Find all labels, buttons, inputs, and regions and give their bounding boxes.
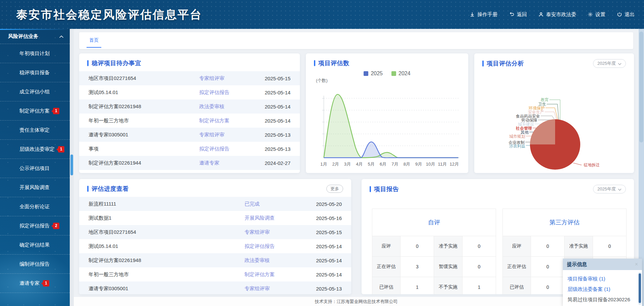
toast-item-past-project: 简易过往项目报备20230226 [568,294,637,305]
table-row: 事项拟定评估报告2025-05-13 [79,142,300,156]
table-row: 邀请专家0305001专家组评审2025-05-13 [79,128,300,142]
sidebar-item-create-team[interactable]: 成立评估小组 [0,82,70,101]
self-eval-table: 自评 应评0 准予实施0 正在评估3 暂缓实施0 已评估1 不予实施1 [372,209,496,294]
undo-icon [509,12,515,17]
count-badge: 2 [53,223,59,229]
svg-text:1月: 1月 [320,162,327,167]
legend-swatch [391,71,396,76]
toast-scrollbar-thumb[interactable] [639,273,641,303]
pie-graphic[interactable] [530,119,580,170]
count-badge: 1 [58,146,64,152]
sidebar-item-compile-report[interactable]: 编制评估报告 [0,255,70,274]
tab-home[interactable]: 首页 [87,32,101,48]
stage-link[interactable]: 拟定评估报告 [199,146,253,152]
page-title: 泰安市社会稳定风险评估信息平台 [16,0,202,29]
user-menu[interactable]: 泰安市政法委 [538,11,576,18]
card-title: 评估进度查看 [92,185,129,193]
stage-link[interactable]: 拟定评估报告 [199,89,253,96]
sidebar-scrollbar[interactable] [70,29,74,306]
logout-button[interactable]: 退出 [617,11,635,18]
sidebar-item-analysis[interactable]: 全面分析论证 [0,197,70,216]
table-row: 邀请专家0305001专家组评审2025-05-13 [79,281,351,294]
progress-list: 新流程11111已完成2025-05-20 测试数据1开展风险调查2025-05… [79,197,351,294]
pie-label: 涉农利益 [509,143,525,149]
stage-link[interactable]: 专家组评审 [199,75,253,82]
table-row: 新流程11111已完成2025-05-20 [79,197,351,211]
stage-link[interactable]: 邀请专家 [199,160,253,166]
logout-label: 退出 [625,11,635,18]
title-bar-accent [87,186,89,192]
stage-link[interactable]: 专家组评审 [245,229,302,235]
svg-text:8月: 8月 [404,162,411,167]
manual-button[interactable]: 操作手册 [470,11,497,18]
title-bar-accent [87,60,89,66]
manual-label: 操作手册 [477,11,497,18]
table-row: 制定评估方案02261948政法委审核2025-05-14 [79,99,300,114]
sidebar-item-draft-report[interactable]: 拟定评估报告2 [0,216,70,235]
toast-header: 提示信息 × [563,259,642,270]
gear-icon [588,12,593,17]
user-icon [538,12,544,17]
table-row: 测试05.14.01拟定评估报告2025-05-14 [79,85,300,99]
toast-title: 提示信息 [567,261,635,268]
stage-link[interactable]: 开展风险调查 [245,215,302,221]
sidebar-item-make-plan[interactable]: 制定评估方案1 [0,101,70,121]
svg-text:7月: 7月 [391,162,398,167]
chevron-up-icon [59,34,64,39]
stage-link[interactable]: 专家组评审 [199,132,253,138]
table-title: 自评 [372,209,496,236]
legend-item-2025[interactable]: 2025 [364,71,383,77]
settings-label: 设置 [595,11,605,18]
stage-link[interactable]: 拟定评估报告 [245,243,302,250]
table-row: 测试05.14.01拟定评估报告2025-05-14 [79,239,351,253]
stage-link[interactable]: 制定评估方案 [245,271,302,278]
stage-link[interactable]: 政法委审核 [245,257,302,264]
page-scrollbar-thumb[interactable] [639,32,643,142]
app-window: 泰安市社会稳定风险评估信息平台 操作手册 返回 泰安市政法委 设置 退出 [0,0,644,306]
sidebar-item-invite-experts[interactable]: 邀请专家1 [0,274,70,293]
top-header: 泰安市社会稳定风险评估信息平台 操作手册 返回 泰安市政法委 设置 退出 [0,0,644,29]
stage-link[interactable]: 已完成 [245,201,302,207]
more-button[interactable]: 更多 [326,185,343,193]
table-row: 制定评估方案02261944邀请专家2024-02-27 [79,156,300,170]
card-pending-matters: 稳评项目待办事宜 地区市项目02271654专家组评审2025-05-15 测试… [79,53,300,173]
download-icon [470,12,475,17]
stage-link[interactable]: 政法委审核 [199,103,253,110]
sidebar-item-committee-approval[interactable]: 层级政法委审定1 [0,140,70,159]
sidebar-item-publicize-project[interactable]: 公示评估项目 [0,159,70,178]
card-eval-analysis: 项目评估分析 2025年度 [474,53,634,173]
title-bar-accent [482,60,484,67]
tab-bar: 首页 [79,32,633,49]
settings-button[interactable]: 设置 [588,11,605,18]
notification-toast: 提示信息 × 项目报备审核 (1) 层级政法委备案 (1) 简易过往项目报备20… [563,259,642,306]
card-progress-view: 评估进度查看 更多 新流程11111已完成2025-05-20 测试数据1开展风… [79,179,351,294]
stage-link[interactable]: 专家组评审 [245,286,302,292]
toast-scrollbar[interactable] [638,272,641,305]
header-nav: 操作手册 返回 泰安市政法委 设置 退出 [470,0,635,29]
year-select[interactable]: 2025年度 [593,59,626,68]
back-label: 返回 [517,11,527,18]
svg-text:10月: 10月 [426,162,435,167]
svg-text:2月: 2月 [332,162,339,167]
close-icon[interactable]: × [635,261,638,267]
card-title: 项目评估分析 [487,59,524,68]
back-button[interactable]: 返回 [509,11,527,18]
sidebar-item-project-filing[interactable]: 稳评项目报备 [0,63,70,82]
sidebar-scrollbar-thumb[interactable] [70,155,73,175]
sidebar-item-confirm-result[interactable]: 确定评估结果 [0,235,70,255]
year-select[interactable]: 2025年度 [593,185,626,193]
sidebar: 风险评估业务 年初项目计划 稳评项目报备 成立评估小组 制定评估方案1 责任主体… [0,29,70,306]
sidebar-item-subject-review[interactable]: 责任主体审定 [0,121,70,140]
svg-text:11月: 11月 [438,162,447,167]
sidebar-item-annual-plan[interactable]: 年初项目计划 [0,44,70,63]
svg-text:4月: 4月 [356,162,363,167]
area-chart: 1月 2月 3月 4月 5月 6月 7月 8月 9月 10月 11月 12月 [311,86,463,173]
stage-link[interactable]: 制定评估方案 [199,118,253,124]
toast-link-committee-filing[interactable]: 层级政法委备案 (1) [568,284,637,294]
toast-link-report-review[interactable]: 项目报备审核 (1) [568,273,637,284]
chart-legend: 2025 2024 [306,71,468,77]
sidebar-item-risk-survey[interactable]: 开展风险调查 [0,178,70,197]
count-badge: 1 [53,108,59,114]
legend-item-2024[interactable]: 2024 [391,71,411,77]
sidebar-group-risk-assessment[interactable]: 风险评估业务 [0,29,70,44]
